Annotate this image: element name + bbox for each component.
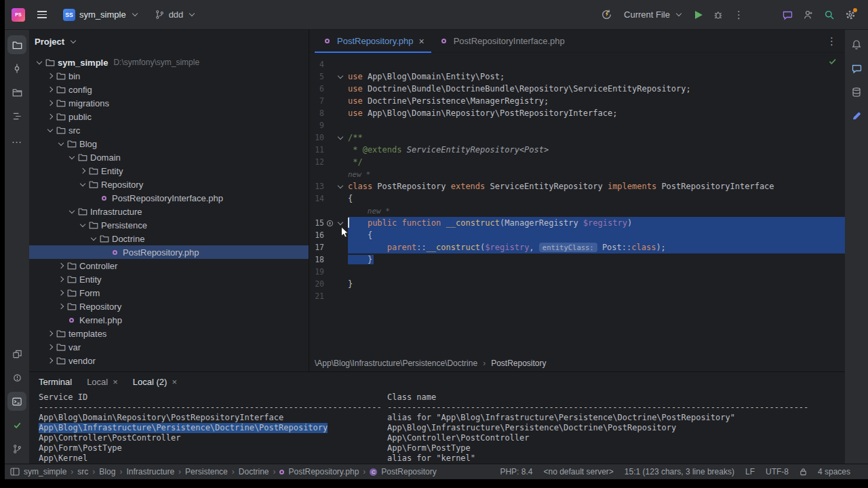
chevron-right-icon[interactable] (56, 304, 66, 308)
editor-tab[interactable]: PostRepositoryInterface.php (431, 30, 572, 52)
project-widget[interactable]: SS sym_simple (59, 6, 144, 24)
status-item[interactable]: PHP: 8.4 (500, 467, 532, 476)
vcs-widget[interactable]: ddd (151, 7, 201, 22)
tree-item-src[interactable]: src (29, 123, 309, 137)
vcs-tool-icon[interactable] (7, 439, 26, 458)
chevron-right-icon[interactable] (78, 169, 87, 173)
chevron-down-icon[interactable] (35, 62, 44, 64)
chevron-right-icon[interactable] (56, 291, 66, 295)
fold-chevron-icon[interactable] (338, 134, 343, 139)
chevron-down-icon[interactable] (89, 238, 98, 240)
run-button[interactable] (695, 11, 703, 19)
chevron-down-icon[interactable] (56, 143, 66, 145)
services-tool-icon[interactable] (7, 344, 26, 363)
tree-item-doctrine[interactable]: Doctrine (29, 232, 309, 245)
tree-item-domain[interactable]: Domain (29, 150, 309, 164)
more-tools-icon[interactable]: … (7, 130, 26, 149)
status-item[interactable]: UTF-8 (766, 467, 789, 476)
chevron-right-icon[interactable] (45, 87, 55, 92)
chevron-right-icon[interactable] (56, 277, 66, 281)
terminal-output[interactable]: Service IDClass name--------------------… (29, 391, 845, 464)
tree-item-postrepositoryinterface-php[interactable]: PostRepositoryInterface.php (29, 191, 309, 205)
breadcrumb-namespace[interactable]: \App\Blog\Infrastructure\Persistence\Doc… (315, 359, 477, 368)
chevron-down-icon[interactable] (67, 157, 77, 159)
tree-item-migrations[interactable]: migrations (29, 96, 309, 110)
status-crumb[interactable]: Persistence (185, 467, 228, 476)
tree-item-config[interactable]: config (29, 83, 309, 96)
implements-gutter-icon[interactable] (324, 220, 335, 227)
status-item[interactable]: LF (745, 467, 755, 476)
commit-tool-icon[interactable] (7, 59, 26, 78)
project-panel-header[interactable]: Project (29, 30, 309, 53)
status-crumb[interactable]: src (77, 467, 88, 476)
tree-item-templates[interactable]: templates (29, 327, 309, 340)
terminal-tool-icon[interactable] (7, 392, 26, 411)
tab-options-icon[interactable]: ⋮ (818, 30, 845, 52)
fold-chevron-icon[interactable] (338, 219, 343, 224)
settings-gear-icon[interactable] (845, 9, 856, 20)
code-with-me-icon[interactable] (803, 9, 814, 20)
tree-item-entity[interactable]: Entity (29, 272, 309, 286)
checks-tool-icon[interactable] (7, 415, 26, 434)
status-crumb[interactable]: Infrastructure (126, 467, 174, 476)
ai-chat-icon[interactable] (847, 59, 866, 78)
fold-chevron-icon[interactable] (338, 182, 343, 188)
debug-button[interactable] (713, 9, 724, 20)
status-item[interactable]: 15:1 (123 chars, 3 line breaks) (625, 467, 734, 476)
code-vision-hint[interactable]: new * (348, 170, 370, 179)
hot-reload-icon[interactable] (601, 9, 612, 20)
status-crumb[interactable]: Doctrine (239, 467, 269, 476)
chevron-down-icon[interactable] (67, 211, 77, 213)
ai-edit-pencil-icon[interactable] (847, 106, 866, 125)
tab-close-icon[interactable]: × (113, 377, 118, 387)
tree-item-repository[interactable]: Repository (29, 300, 309, 313)
terminal-tab[interactable]: Local (2)× (133, 377, 177, 387)
tree-item-bin[interactable]: bin (29, 69, 309, 83)
tree-item-blog[interactable]: Blog (29, 137, 309, 150)
fold-chevron-icon[interactable] (338, 73, 343, 78)
code-vision-hint[interactable]: new * (368, 207, 390, 216)
tab-close-icon[interactable]: × (172, 377, 177, 387)
tree-item-sym-simple[interactable]: sym_simpleD:\symfony\sym_simple (29, 56, 309, 69)
editor-tab[interactable]: PostRepository.php× (315, 30, 431, 52)
problems-tool-icon[interactable] (7, 368, 26, 387)
window-layout-icon[interactable] (10, 468, 20, 476)
chevron-right-icon[interactable] (45, 359, 55, 363)
chevron-right-icon[interactable] (45, 101, 55, 105)
tree-item-form[interactable]: Form (29, 286, 309, 300)
tree-item-controller[interactable]: Controller (29, 259, 309, 272)
inspections-ok-icon[interactable] (828, 57, 837, 68)
tree-item-kernel-php[interactable]: Kernel.php (29, 313, 309, 327)
status-crumb[interactable]: PostRepository.php (288, 467, 359, 476)
structure-tool-icon[interactable] (7, 106, 26, 125)
tree-item-postrepository-php[interactable]: PostRepository.php (29, 245, 309, 259)
status-crumb[interactable]: sym_simple (24, 467, 66, 476)
search-everywhere-icon[interactable] (824, 9, 835, 20)
tree-item-var[interactable]: var (29, 340, 309, 354)
tab-close-icon[interactable]: × (419, 36, 425, 47)
tree-item-infrastructure[interactable]: Infrastructure (29, 205, 309, 218)
project-tool-icon[interactable] (7, 35, 26, 54)
packages-tool-icon[interactable] (7, 83, 26, 102)
terminal-tab[interactable]: Local× (87, 377, 118, 387)
chevron-down-icon[interactable] (78, 224, 87, 226)
code-editor[interactable]: 45use App\Blog\Domain\Entity\Post;6use D… (309, 53, 845, 355)
chevron-right-icon[interactable] (45, 115, 55, 119)
chevron-right-icon[interactable] (56, 264, 66, 268)
tree-item-vendor[interactable]: vendor (29, 354, 309, 367)
status-crumb[interactable]: Blog (99, 467, 115, 476)
status-item[interactable]: <no default server> (543, 467, 613, 476)
chevron-right-icon[interactable] (45, 74, 55, 78)
chevron-down-icon[interactable] (45, 129, 55, 131)
main-menu-icon[interactable] (32, 11, 52, 18)
tree-item-repository[interactable]: Repository (29, 178, 309, 191)
chevron-down-icon[interactable] (78, 184, 87, 186)
terminal-title[interactable]: Terminal (39, 377, 72, 387)
readonly-lock-icon[interactable] (800, 468, 807, 476)
database-icon[interactable] (847, 83, 866, 102)
tree-item-entity[interactable]: Entity (29, 164, 309, 178)
more-actions-icon[interactable]: ⋮ (734, 9, 744, 21)
tree-item-public[interactable]: public (29, 110, 309, 123)
tree-item-persistence[interactable]: Persistence (29, 218, 309, 232)
status-crumb[interactable]: PostRepository (381, 467, 436, 476)
